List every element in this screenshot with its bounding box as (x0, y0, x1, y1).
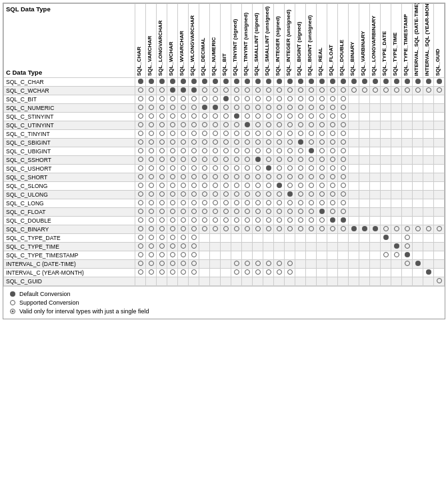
cell-13-7 (210, 191, 221, 199)
table-row: SQL_C_TYPE_TIME (4, 243, 445, 251)
table-container[interactable]: SQL Data Type C Data Type SQL_CHARSQL_VA… (3, 3, 445, 286)
row-label-3: SQL_C_NUMERIC (4, 104, 135, 113)
empty-cell (405, 217, 410, 223)
cell-10-27 (423, 165, 434, 173)
cell-15-6 (199, 208, 210, 217)
cell-2-4 (178, 95, 189, 104)
cell-9-9 (231, 156, 242, 165)
cell-10-4 (178, 165, 189, 173)
cell-20-17 (317, 251, 327, 260)
cell-22-23 (381, 269, 391, 277)
cell-6-10 (242, 130, 253, 139)
cell-22-27 (423, 269, 434, 277)
open-circle (191, 165, 197, 171)
open-circle (223, 139, 229, 145)
table-row: INTERVAL_C (YEAR-MONTH) (4, 269, 445, 277)
open-circle (223, 165, 229, 171)
cell-6-17 (317, 130, 327, 139)
cell-14-8 (221, 199, 231, 208)
cell-1-16 (306, 87, 317, 95)
row-label-15: SQL_C_FLOAT (4, 208, 135, 217)
cell-21-20 (349, 260, 359, 269)
open-circle (341, 191, 346, 197)
cell-6-12 (263, 130, 274, 139)
open-circle (170, 200, 175, 205)
open-circle (191, 209, 197, 214)
empty-cell (362, 148, 367, 153)
empty-cell (277, 278, 282, 283)
open-circle (234, 165, 239, 171)
cell-3-26 (413, 104, 423, 113)
open-circle (138, 174, 143, 179)
empty-cell (277, 252, 282, 257)
row-label-7: SQL_C_SBIGINT (4, 139, 135, 147)
open-circle (191, 96, 197, 101)
cell-17-1 (146, 225, 157, 234)
open-circle (309, 96, 314, 101)
open-circle (319, 131, 325, 136)
filled-circle (426, 79, 431, 84)
open-circle (170, 191, 175, 197)
table-row: SQL_C_LONG (4, 199, 445, 208)
cell-21-17 (317, 260, 327, 269)
cell-9-4 (178, 156, 189, 165)
cell-6-22 (370, 130, 381, 139)
open-circle (170, 269, 175, 275)
open-circle (309, 131, 314, 136)
empty-cell (426, 191, 431, 197)
cell-2-14 (285, 95, 295, 104)
open-circle (191, 122, 197, 127)
cell-22-25 (402, 269, 413, 277)
open-circle (266, 226, 271, 231)
cell-12-1 (146, 182, 157, 191)
open-circle (170, 96, 175, 101)
cell-7-2 (157, 139, 167, 147)
open-circle (213, 139, 218, 145)
cell-6-27 (423, 130, 434, 139)
cell-7-21 (359, 139, 370, 147)
filled-circle (202, 79, 207, 84)
empty-cell (351, 261, 357, 266)
empty-cell (362, 191, 367, 197)
col-header-19: SQL_DOUBLE (338, 4, 349, 78)
empty-cell (394, 235, 399, 240)
cell-5-4 (178, 121, 189, 130)
cell-21-15 (295, 260, 306, 269)
open-circle (277, 148, 282, 153)
cell-16-0 (135, 217, 146, 225)
open-circle (234, 96, 239, 101)
cell-11-10 (242, 173, 253, 182)
cell-2-26 (413, 95, 423, 104)
open-circle (181, 96, 186, 101)
row-label-6: SQL_C_TINYINT (4, 130, 135, 139)
col-header-28: SQL_GUID (434, 4, 445, 78)
cell-0-2 (157, 78, 167, 87)
cell-22-21 (359, 269, 370, 277)
open-circle (309, 105, 314, 110)
open-circle (266, 139, 271, 145)
empty-cell (426, 105, 431, 110)
cell-2-17 (317, 95, 327, 104)
open-circle (202, 157, 207, 162)
cell-14-26 (413, 199, 423, 208)
cell-18-5 (189, 234, 199, 243)
open-circle (255, 87, 261, 93)
open-circle (309, 113, 314, 119)
cell-19-6 (199, 243, 210, 251)
cell-5-14 (285, 121, 295, 130)
cell-3-18 (327, 104, 338, 113)
open-circle (287, 87, 293, 93)
cell-21-10 (242, 260, 253, 269)
cell-16-8 (221, 217, 231, 225)
open-circle (266, 157, 271, 162)
open-circle (405, 235, 410, 240)
open-circle (245, 269, 250, 275)
open-circle (309, 165, 314, 171)
cell-12-3 (167, 182, 178, 191)
empty-cell (266, 235, 271, 240)
cell-11-11 (253, 173, 263, 182)
cell-13-11 (253, 191, 263, 199)
empty-cell (415, 252, 421, 257)
cell-2-21 (359, 95, 370, 104)
cell-6-16 (306, 130, 317, 139)
